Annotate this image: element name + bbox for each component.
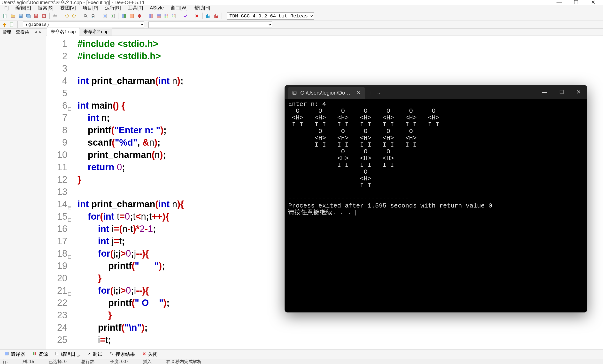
status-sel: 已选择: 0 — [49, 359, 67, 364]
console-maximize-button[interactable]: ☐ — [553, 85, 570, 99]
side-tab-classview[interactable]: 查看类 — [13, 29, 32, 35]
svg-rect-6 — [35, 14, 37, 15]
svg-rect-19 — [149, 14, 151, 18]
close-file-icon[interactable] — [40, 12, 47, 20]
profile2-icon[interactable] — [212, 12, 220, 20]
output-tab[interactable]: ✓ 调试 — [84, 350, 105, 358]
console-output[interactable]: Enter n: 4 O O O O O O O <H> <H> <H> <H>… — [285, 99, 587, 312]
output-tab[interactable]: 编译器 — [1, 350, 28, 358]
globals-select[interactable]: (globals) — [23, 22, 144, 28]
svg-rect-25 — [165, 16, 166, 17]
menu-item[interactable]: 项目[P] — [79, 5, 102, 11]
output-tab[interactable]: 编译日志 — [52, 350, 83, 358]
console-tab-title: C:\Users\legion\Documents\未 — [300, 89, 351, 97]
check-icon[interactable] — [182, 12, 189, 20]
svg-rect-17 — [130, 14, 134, 18]
tab-icon — [142, 351, 147, 357]
console-tab[interactable]: C:\Users\legion\Documents\未 ✕ — [288, 87, 365, 99]
status-row: 行: — [2, 359, 8, 364]
svg-point-11 — [92, 14, 94, 16]
stop-icon[interactable] — [193, 12, 200, 20]
fold-icon[interactable]: ⊟ — [68, 251, 72, 263]
svg-rect-30 — [174, 15, 175, 17]
status-done: 在 0 秒内完成解析 — [166, 359, 201, 364]
file-tab[interactable]: 未命名2.cpp — [80, 28, 112, 35]
run-icon[interactable] — [109, 12, 116, 20]
compile-icon[interactable] — [101, 12, 108, 20]
compile-run-icon[interactable] — [120, 12, 128, 20]
grid4-icon[interactable] — [171, 12, 178, 20]
side-nav-right-icon[interactable]: ► — [36, 30, 41, 34]
fold-icon[interactable]: ⊟ — [68, 214, 72, 226]
grid3-icon[interactable] — [163, 12, 170, 20]
side-nav-left-icon[interactable]: ◄ — [32, 30, 36, 34]
svg-point-38 — [110, 352, 112, 354]
grid2-icon[interactable] — [155, 12, 162, 20]
undo-icon[interactable] — [63, 12, 70, 20]
bookmark-icon[interactable] — [9, 22, 15, 28]
menu-item[interactable]: 视图[V] — [57, 5, 79, 11]
menu-item[interactable]: 工具[T] — [124, 5, 146, 11]
console-titlebar[interactable]: C:\Users\legion\Documents\未 ✕ + ⌄ — ☐ ✕ — [285, 85, 587, 99]
rebuild-icon[interactable] — [128, 12, 135, 20]
menu-item[interactable]: F] — [1, 5, 12, 11]
menu-item[interactable]: 窗口[W] — [167, 5, 191, 11]
menu-item[interactable]: 编辑[E] — [12, 5, 35, 11]
save-all-icon[interactable] — [25, 12, 32, 20]
profile-icon[interactable] — [205, 12, 212, 20]
tab-icon — [55, 351, 59, 357]
menu-item[interactable]: 运行[R] — [102, 5, 125, 11]
svg-rect-9 — [54, 14, 56, 15]
console-close-button[interactable]: ✕ — [570, 85, 587, 99]
compiler-select[interactable]: TDM-GCC 4.9.2 64-bit Release — [227, 12, 314, 20]
minimize-button[interactable]: — — [551, 0, 568, 6]
svg-rect-21 — [157, 14, 161, 15]
output-tab[interactable]: 搜索结果 — [106, 350, 138, 358]
terminal-icon — [292, 90, 297, 96]
debug-icon[interactable] — [136, 12, 143, 20]
print-icon[interactable] — [52, 12, 59, 20]
status-col: 列: 15 — [23, 359, 34, 364]
find-icon[interactable] — [82, 12, 89, 20]
svg-rect-26 — [167, 16, 168, 17]
save-as-icon[interactable] — [33, 12, 40, 20]
goto-icon[interactable] — [1, 22, 8, 28]
svg-rect-24 — [167, 14, 168, 15]
status-ins: 插入 — [143, 359, 151, 364]
menu-item[interactable]: 搜索[S] — [35, 5, 57, 11]
svg-rect-28 — [174, 14, 175, 15]
member-select[interactable] — [149, 22, 272, 28]
console-window[interactable]: C:\Users\legion\Documents\未 ✕ + ⌄ — ☐ ✕ … — [285, 85, 587, 312]
main-toolbar: TDM-GCC 4.9.2 64-bit Release — [0, 11, 603, 21]
svg-rect-15 — [122, 14, 124, 18]
output-tab[interactable]: 关闭 — [139, 350, 161, 358]
grid1-icon[interactable] — [147, 12, 154, 20]
svg-rect-23 — [165, 14, 166, 15]
console-new-tab-icon[interactable]: + — [365, 87, 375, 99]
side-panel: 管理 查看类 ◄ ► — [0, 29, 46, 350]
console-tab-menu-icon[interactable]: ⌄ — [375, 87, 382, 99]
console-tab-close-icon[interactable]: ✕ — [357, 90, 361, 96]
file-tabstrip: 未命名1.cpp未命名2.cpp — [46, 29, 603, 36]
line-gutter: 123456⊟7891011121314⊟15⊟161718⊟192021⊟22… — [46, 36, 70, 350]
maximize-button[interactable]: ☐ — [568, 0, 585, 6]
tab-icon — [109, 351, 114, 357]
menu-item[interactable]: AStyle — [147, 5, 167, 11]
replace-icon[interactable] — [90, 12, 97, 20]
new-file-icon[interactable] — [1, 12, 9, 20]
fold-icon[interactable]: ⊟ — [68, 201, 72, 214]
side-tab-manage[interactable]: 管理 — [0, 29, 13, 35]
console-minimize-button[interactable]: — — [536, 85, 553, 99]
open-file-icon[interactable] — [9, 12, 16, 20]
fold-icon[interactable]: ⊟ — [68, 288, 72, 300]
status-len: 长度: 007 — [110, 359, 128, 364]
menu-item[interactable]: 帮助[H] — [191, 5, 214, 11]
fold-icon[interactable]: ⊟ — [68, 103, 72, 115]
file-tab[interactable]: 未命名1.cpp — [47, 28, 79, 36]
output-tab[interactable]: 资源 — [29, 350, 51, 358]
redo-icon[interactable] — [71, 12, 78, 20]
svg-rect-32 — [11, 22, 13, 27]
save-icon[interactable] — [17, 12, 24, 20]
close-button[interactable]: ✕ — [585, 0, 602, 6]
svg-rect-31 — [175, 14, 176, 18]
